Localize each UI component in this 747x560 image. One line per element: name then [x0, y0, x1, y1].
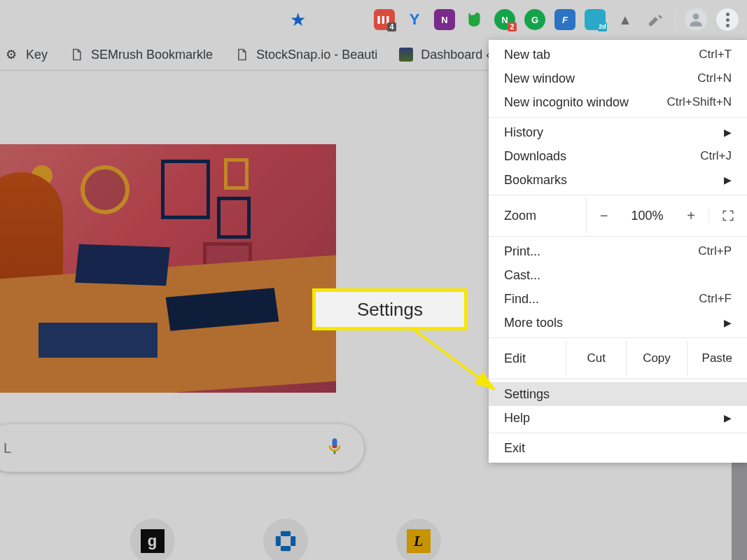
bookmark-key[interactable]: ⚙Key	[4, 47, 48, 62]
edit-copy-button[interactable]: Copy	[626, 341, 686, 376]
search-input[interactable]: L	[0, 424, 364, 472]
svg-rect-2	[291, 536, 295, 546]
file-icon	[69, 47, 84, 62]
google-doodle[interactable]	[0, 144, 336, 393]
ext-grammarly[interactable]: G	[524, 9, 545, 30]
chrome-menu-icon[interactable]	[716, 8, 739, 31]
shortcut-content-index[interactable]: L Content Index	[371, 519, 466, 560]
zoom-level: 100%	[621, 209, 673, 223]
menu-print[interactable]: Print...Ctrl+P	[489, 239, 747, 263]
edit-cut-button[interactable]: Cut	[566, 341, 626, 376]
gear-icon: ⚙	[4, 47, 19, 62]
menu-more-tools[interactable]: More tools▶	[489, 311, 747, 335]
zoom-out-button[interactable]: −	[586, 198, 621, 233]
menu-exit[interactable]: Exit	[489, 436, 747, 460]
bookmark-stocksnap[interactable]: StockSnap.io - Beauti	[234, 47, 377, 62]
menu-new-incognito[interactable]: New incognito windowCtrl+Shift+N	[489, 90, 747, 114]
menu-new-tab[interactable]: New tabCtrl+T	[489, 43, 747, 66]
menu-downloads[interactable]: DownloadsCtrl+J	[489, 144, 747, 168]
menu-history[interactable]: History▶	[489, 120, 747, 144]
ext-pen[interactable]	[645, 9, 666, 30]
callout-settings: Settings	[312, 288, 468, 330]
svg-rect-1	[280, 531, 290, 536]
ext-n[interactable]: N2	[494, 9, 515, 30]
chevron-right-icon: ▶	[724, 317, 732, 328]
edit-paste-button[interactable]: Paste	[687, 341, 747, 376]
shortcut-ms[interactable]: MS	[0, 519, 67, 560]
menu-edit-row: Edit Cut Copy Paste	[489, 341, 747, 376]
menu-cast[interactable]: Cast...	[489, 263, 747, 287]
menu-bookmarks[interactable]: Bookmarks▶	[489, 168, 747, 192]
file-icon	[234, 47, 249, 62]
bookmark-star-icon[interactable]: ★	[290, 9, 306, 31]
voice-search-icon[interactable]	[325, 437, 344, 459]
menu-new-window[interactable]: New windowCtrl+N	[489, 66, 747, 90]
svg-point-5	[693, 13, 699, 20]
menu-help[interactable]: Help▶	[489, 406, 747, 430]
chase-icon	[274, 529, 298, 553]
ext-cal[interactable]: 2d	[585, 9, 606, 30]
fullscreen-button[interactable]	[708, 209, 747, 223]
ext-onenote[interactable]: N	[434, 9, 455, 30]
ext-cards[interactable]: ▌▌▌4	[374, 9, 395, 30]
svg-rect-0	[334, 451, 335, 454]
menu-settings[interactable]: Settings	[489, 382, 747, 406]
ext-pdf[interactable]: ▲	[615, 9, 636, 30]
chevron-right-icon: ▶	[724, 127, 732, 138]
shortcut-chase[interactable]: Chase.com	[238, 519, 333, 560]
svg-rect-3	[280, 546, 290, 551]
shortcuts-row: MS g Getty Images Chase.com L Content In…	[0, 519, 466, 560]
shortcut-getty[interactable]: g Getty Images	[105, 519, 200, 560]
bookmark-semrush[interactable]: SEMrush Bookmarkle	[69, 47, 213, 62]
profile-avatar[interactable]	[685, 8, 707, 31]
chevron-right-icon: ▶	[724, 174, 732, 186]
zoom-in-button[interactable]: +	[673, 198, 708, 233]
chrome-menu: New tabCtrl+T New windowCtrl+N New incog…	[489, 40, 747, 463]
ext-f[interactable]: F	[554, 9, 575, 30]
menu-zoom: Zoom − 100% +	[489, 198, 747, 233]
menu-find[interactable]: Find...Ctrl+F	[489, 287, 747, 311]
favicon-icon	[398, 47, 414, 62]
extensions-row: ▌▌▌4 Y N N2 G F 2d ▲	[374, 0, 747, 39]
search-text: L	[4, 440, 11, 456]
scrollbar-thumb[interactable]	[732, 462, 747, 560]
svg-rect-4	[275, 536, 280, 546]
chevron-right-icon: ▶	[724, 412, 732, 424]
ext-evernote[interactable]	[464, 9, 485, 30]
ext-y[interactable]: Y	[404, 9, 425, 30]
